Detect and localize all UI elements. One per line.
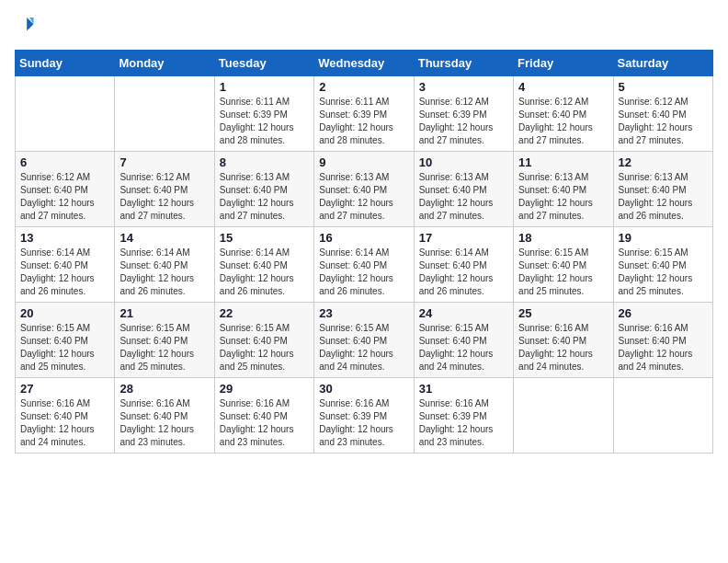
calendar-cell: 19Sunrise: 6:15 AMSunset: 6:40 PMDayligh… — [613, 227, 712, 303]
day-number: 13 — [20, 231, 109, 245]
weekday-header: Saturday — [613, 51, 712, 76]
day-info: Sunrise: 6:13 AMSunset: 6:40 PMDaylight:… — [619, 171, 708, 223]
day-number: 9 — [319, 155, 408, 169]
calendar-week-row: 27Sunrise: 6:16 AMSunset: 6:40 PMDayligh… — [16, 378, 713, 454]
calendar-cell: 12Sunrise: 6:13 AMSunset: 6:40 PMDayligh… — [613, 152, 712, 227]
day-info: Sunrise: 6:14 AMSunset: 6:40 PMDaylight:… — [220, 247, 309, 298]
calendar-cell: 29Sunrise: 6:16 AMSunset: 6:40 PMDayligh… — [214, 378, 313, 454]
day-number: 31 — [419, 382, 508, 396]
weekday-header: Thursday — [414, 51, 513, 76]
day-info: Sunrise: 6:14 AMSunset: 6:40 PMDaylight:… — [419, 247, 508, 298]
day-info: Sunrise: 6:14 AMSunset: 6:40 PMDaylight:… — [319, 247, 408, 298]
calendar-cell: 18Sunrise: 6:15 AMSunset: 6:40 PMDayligh… — [514, 227, 613, 303]
calendar-cell: 11Sunrise: 6:13 AMSunset: 6:40 PMDayligh… — [514, 152, 613, 227]
day-info: Sunrise: 6:13 AMSunset: 6:40 PMDaylight:… — [220, 171, 309, 223]
day-info: Sunrise: 6:16 AMSunset: 6:40 PMDaylight:… — [619, 322, 708, 373]
calendar-cell: 13Sunrise: 6:14 AMSunset: 6:40 PMDayligh… — [16, 227, 115, 303]
day-number: 29 — [220, 382, 309, 396]
calendar-cell: 16Sunrise: 6:14 AMSunset: 6:40 PMDayligh… — [314, 227, 414, 303]
day-info: Sunrise: 6:15 AMSunset: 6:40 PMDaylight:… — [319, 322, 408, 373]
day-info: Sunrise: 6:12 AMSunset: 6:40 PMDaylight:… — [518, 96, 608, 147]
calendar-cell: 3Sunrise: 6:12 AMSunset: 6:39 PMDaylight… — [414, 76, 513, 152]
weekday-header: Tuesday — [214, 51, 313, 76]
calendar-cell: 9Sunrise: 6:13 AMSunset: 6:40 PMDaylight… — [314, 152, 414, 227]
calendar-week-row: 6Sunrise: 6:12 AMSunset: 6:40 PMDaylight… — [16, 152, 713, 227]
calendar-cell — [613, 378, 712, 454]
calendar-cell: 27Sunrise: 6:16 AMSunset: 6:40 PMDayligh… — [16, 378, 115, 454]
calendar-week-row: 13Sunrise: 6:14 AMSunset: 6:40 PMDayligh… — [16, 227, 713, 303]
weekday-header: Sunday — [16, 51, 115, 76]
calendar-cell: 25Sunrise: 6:16 AMSunset: 6:40 PMDayligh… — [514, 303, 613, 378]
day-info: Sunrise: 6:12 AMSunset: 6:40 PMDaylight:… — [20, 171, 109, 223]
day-number: 8 — [220, 155, 309, 169]
logo-icon — [15, 15, 35, 35]
day-number: 24 — [419, 306, 508, 320]
calendar-cell: 17Sunrise: 6:14 AMSunset: 6:40 PMDayligh… — [414, 227, 513, 303]
day-info: Sunrise: 6:14 AMSunset: 6:40 PMDaylight:… — [119, 247, 209, 298]
day-number: 27 — [20, 382, 109, 396]
day-info: Sunrise: 6:16 AMSunset: 6:39 PMDaylight:… — [419, 397, 508, 449]
day-info: Sunrise: 6:13 AMSunset: 6:40 PMDaylight:… — [319, 171, 408, 223]
calendar-cell: 1Sunrise: 6:11 AMSunset: 6:39 PMDaylight… — [214, 76, 313, 152]
day-number: 17 — [419, 231, 508, 245]
day-info: Sunrise: 6:12 AMSunset: 6:39 PMDaylight:… — [419, 96, 508, 147]
day-info: Sunrise: 6:12 AMSunset: 6:40 PMDaylight:… — [619, 96, 708, 147]
calendar-cell: 20Sunrise: 6:15 AMSunset: 6:40 PMDayligh… — [16, 303, 115, 378]
calendar-cell: 8Sunrise: 6:13 AMSunset: 6:40 PMDaylight… — [214, 152, 313, 227]
day-info: Sunrise: 6:11 AMSunset: 6:39 PMDaylight:… — [220, 96, 309, 147]
day-info: Sunrise: 6:14 AMSunset: 6:40 PMDaylight:… — [20, 247, 109, 298]
day-number: 14 — [119, 231, 209, 245]
day-number: 22 — [220, 306, 309, 320]
calendar-cell — [514, 378, 613, 454]
day-info: Sunrise: 6:15 AMSunset: 6:40 PMDaylight:… — [20, 322, 109, 373]
day-number: 3 — [419, 80, 508, 94]
calendar-cell: 6Sunrise: 6:12 AMSunset: 6:40 PMDaylight… — [16, 152, 115, 227]
day-info: Sunrise: 6:16 AMSunset: 6:40 PMDaylight:… — [119, 397, 209, 449]
day-number: 28 — [119, 382, 209, 396]
day-info: Sunrise: 6:16 AMSunset: 6:40 PMDaylight:… — [518, 322, 608, 373]
day-number: 1 — [220, 80, 309, 94]
day-number: 26 — [619, 306, 708, 320]
day-info: Sunrise: 6:15 AMSunset: 6:40 PMDaylight:… — [119, 322, 209, 373]
day-info: Sunrise: 6:15 AMSunset: 6:40 PMDaylight:… — [518, 247, 608, 298]
day-number: 19 — [619, 231, 708, 245]
calendar-cell: 30Sunrise: 6:16 AMSunset: 6:39 PMDayligh… — [314, 378, 414, 454]
calendar-header-row: SundayMondayTuesdayWednesdayThursdayFrid… — [16, 51, 713, 76]
day-info: Sunrise: 6:11 AMSunset: 6:39 PMDaylight:… — [319, 96, 408, 147]
day-number: 18 — [518, 231, 608, 245]
day-info: Sunrise: 6:13 AMSunset: 6:40 PMDaylight:… — [419, 171, 508, 223]
calendar-table: SundayMondayTuesdayWednesdayThursdayFrid… — [15, 50, 713, 454]
calendar-cell: 15Sunrise: 6:14 AMSunset: 6:40 PMDayligh… — [214, 227, 313, 303]
day-info: Sunrise: 6:16 AMSunset: 6:39 PMDaylight:… — [319, 397, 408, 449]
calendar-cell: 7Sunrise: 6:12 AMSunset: 6:40 PMDaylight… — [115, 152, 214, 227]
calendar-cell: 21Sunrise: 6:15 AMSunset: 6:40 PMDayligh… — [115, 303, 214, 378]
calendar-cell — [115, 76, 214, 152]
day-number: 6 — [20, 155, 109, 169]
calendar-cell: 14Sunrise: 6:14 AMSunset: 6:40 PMDayligh… — [115, 227, 214, 303]
day-number: 15 — [220, 231, 309, 245]
day-number: 7 — [119, 155, 209, 169]
calendar-week-row: 1Sunrise: 6:11 AMSunset: 6:39 PMDaylight… — [16, 76, 713, 152]
calendar-week-row: 20Sunrise: 6:15 AMSunset: 6:40 PMDayligh… — [16, 303, 713, 378]
day-number: 10 — [419, 155, 508, 169]
day-info: Sunrise: 6:16 AMSunset: 6:40 PMDaylight:… — [20, 397, 109, 449]
calendar-cell: 4Sunrise: 6:12 AMSunset: 6:40 PMDaylight… — [514, 76, 613, 152]
day-number: 12 — [619, 155, 708, 169]
calendar-cell: 5Sunrise: 6:12 AMSunset: 6:40 PMDaylight… — [613, 76, 712, 152]
day-number: 25 — [518, 306, 608, 320]
day-number: 30 — [319, 382, 408, 396]
calendar-cell: 26Sunrise: 6:16 AMSunset: 6:40 PMDayligh… — [613, 303, 712, 378]
day-number: 21 — [119, 306, 209, 320]
day-info: Sunrise: 6:16 AMSunset: 6:40 PMDaylight:… — [220, 397, 309, 449]
day-info: Sunrise: 6:15 AMSunset: 6:40 PMDaylight:… — [619, 247, 708, 298]
page-header — [15, 15, 713, 39]
day-number: 11 — [518, 155, 608, 169]
calendar-cell: 23Sunrise: 6:15 AMSunset: 6:40 PMDayligh… — [314, 303, 414, 378]
day-number: 4 — [518, 80, 608, 94]
day-number: 20 — [20, 306, 109, 320]
calendar-cell: 24Sunrise: 6:15 AMSunset: 6:40 PMDayligh… — [414, 303, 513, 378]
calendar-cell: 28Sunrise: 6:16 AMSunset: 6:40 PMDayligh… — [115, 378, 214, 454]
day-number: 5 — [619, 80, 708, 94]
day-info: Sunrise: 6:15 AMSunset: 6:40 PMDaylight:… — [419, 322, 508, 373]
calendar-cell — [16, 76, 115, 152]
